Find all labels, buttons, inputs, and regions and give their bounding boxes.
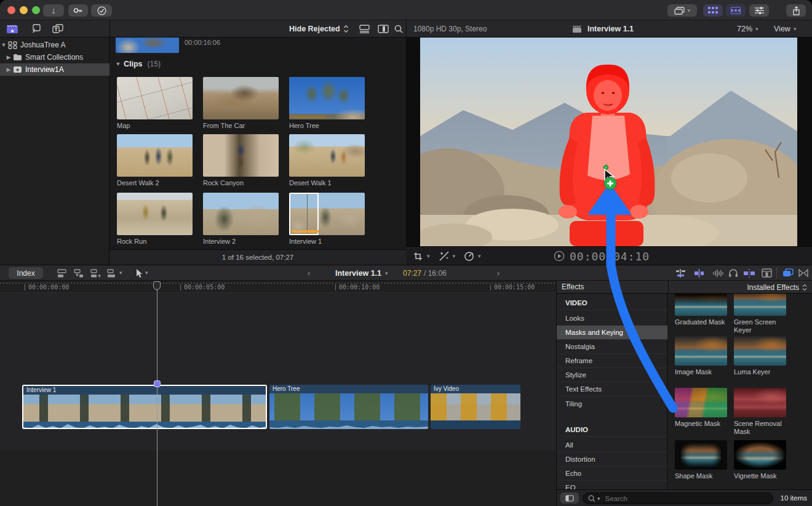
disclosure-triangle-icon[interactable]: ▼ <box>114 61 122 67</box>
clip-card[interactable]: Hero Tree <box>289 77 365 129</box>
transitions-browser-toggle-icon[interactable] <box>798 268 808 278</box>
sidebar-item-event-selected[interactable]: ▶ ★ Interview1A <box>0 63 109 76</box>
chevron-down-icon[interactable]: ▾ <box>478 253 481 259</box>
effect-item[interactable]: Vignette Mask <box>734 440 789 480</box>
clip-thumbnail[interactable] <box>289 77 365 119</box>
clips-section-header[interactable]: ▼ Clips (15) <box>114 60 161 68</box>
category-stylize[interactable]: Stylize <box>557 368 667 382</box>
sidebar-item-library[interactable]: ▼ JoshuaTree A <box>0 39 109 51</box>
libraries-tab-icon[interactable]: ★ <box>6 23 18 34</box>
background-tasks-button[interactable] <box>91 4 112 17</box>
retime-icon[interactable] <box>464 251 474 261</box>
effects-browser-toggle-icon[interactable] <box>782 268 794 278</box>
solo-waveform-icon[interactable] <box>712 269 725 278</box>
playhead-line[interactable] <box>157 289 157 506</box>
clip-card[interactable]: Desert Walk 1 <box>289 134 365 187</box>
skimming-toggle-icon[interactable] <box>675 269 686 278</box>
effects-search-field[interactable]: ▾ <box>583 492 773 504</box>
effect-thumbnail[interactable] <box>734 440 786 470</box>
effect-thumbnail[interactable] <box>734 336 786 366</box>
effect-thumbnail[interactable] <box>734 294 786 316</box>
import-media-button[interactable]: ↓ <box>43 4 64 17</box>
timeline-clip[interactable]: Ivy Video <box>431 385 520 429</box>
effects-sidebar-toggle-button[interactable] <box>560 492 579 504</box>
clip-card[interactable]: Interview 2 <box>203 193 279 245</box>
project-pop-up[interactable]: Interview 1.1 ▾ <box>335 265 388 281</box>
effect-item[interactable]: Scene Removal Mask <box>734 388 795 436</box>
effect-thumbnail[interactable] <box>675 336 727 366</box>
category-nostalgia[interactable]: Nostalgia <box>557 340 667 354</box>
effect-item[interactable]: Magnetic Mask <box>675 388 730 428</box>
clip-thumbnail[interactable] <box>289 134 365 177</box>
close-window-button[interactable] <box>7 6 15 14</box>
zoom-window-button[interactable] <box>32 6 40 14</box>
category-masks-and-keying-selected[interactable]: Masks and Keying <box>557 326 667 340</box>
filter-pop-up[interactable]: Hide Rejected <box>289 20 349 38</box>
category-echo[interactable]: Echo <box>557 467 667 481</box>
category-text-effects[interactable]: Text Effects <box>557 382 667 396</box>
category-reframe[interactable]: Reframe <box>557 354 667 368</box>
viewer-video-frame[interactable] <box>420 38 797 246</box>
play-button-icon[interactable] <box>554 251 565 262</box>
clip-card[interactable]: From The Car <box>203 77 279 129</box>
timeline-ruler[interactable]: 00:00:00:00 00:00:05:00 00:00:10:00 00:0… <box>0 281 557 293</box>
playhead-handle[interactable] <box>153 281 161 290</box>
category-tiling[interactable]: Tiling <box>557 396 667 411</box>
clip-appearance-list-icon[interactable] <box>359 25 370 33</box>
insert-edit-icon[interactable] <box>73 269 84 278</box>
clip-thumbnail[interactable] <box>203 77 279 119</box>
effect-thumbnail[interactable] <box>675 388 727 417</box>
clip-thumbnail[interactable] <box>117 77 193 119</box>
clip-card[interactable]: Map <box>117 77 193 129</box>
disclosure-triangle-icon[interactable]: ▶ <box>5 54 12 60</box>
minimize-window-button[interactable] <box>20 6 28 14</box>
installed-effects-pop-up[interactable]: Installed Effects <box>747 281 808 294</box>
chevron-down-icon[interactable]: ▾ <box>145 270 148 276</box>
category-looks[interactable]: Looks <box>557 311 667 326</box>
enhance-wand-icon[interactable] <box>439 251 449 261</box>
effect-thumbnail[interactable] <box>675 294 727 316</box>
clip-thumbnail[interactable] <box>117 134 193 177</box>
keywords-button[interactable] <box>68 4 88 17</box>
timeline-clip-selected[interactable]: Interview 1 <box>22 385 267 429</box>
clip-thumbnail[interactable] <box>203 134 279 177</box>
browser-grid-view-button[interactable] <box>703 4 723 17</box>
timeline-clip[interactable]: Hero Tree <box>269 385 428 429</box>
effect-item[interactable]: Luma Keyer <box>734 336 789 376</box>
clip-card-selected[interactable]: Interview 1 <box>289 193 365 245</box>
index-button[interactable]: Index <box>9 267 43 279</box>
media-representation-button[interactable]: ▾ <box>667 4 697 17</box>
category-distortion[interactable]: Distortion <box>557 452 667 467</box>
effect-item[interactable]: Shape Mask <box>675 440 730 480</box>
effect-thumbnail[interactable] <box>675 440 727 470</box>
solo-headphones-icon[interactable] <box>728 268 738 278</box>
previous-project-button[interactable]: ‹ <box>308 269 310 278</box>
chevron-down-icon[interactable]: ▾ <box>453 253 456 259</box>
effect-thumbnail[interactable] <box>734 388 786 417</box>
next-project-button[interactable]: › <box>497 269 500 278</box>
clip-thumbnail[interactable] <box>289 193 365 235</box>
category-all[interactable]: All <box>557 438 667 452</box>
effect-item[interactable]: Graduated Mask <box>675 294 730 326</box>
append-edit-icon[interactable] <box>90 269 101 278</box>
clip-card[interactable]: Desert Walk 2 <box>117 134 193 187</box>
audio-skimming-toggle-icon[interactable] <box>694 269 704 278</box>
search-icon[interactable] <box>394 25 403 33</box>
selection-range[interactable] <box>289 193 319 235</box>
snapping-toggle-icon[interactable] <box>743 269 755 278</box>
browser-list-view-button[interactable] <box>726 4 746 17</box>
disclosure-triangle-icon[interactable]: ▼ <box>0 42 7 48</box>
playhead-clip-marker[interactable] <box>154 380 161 387</box>
crop-tool-icon[interactable] <box>413 252 423 261</box>
clip-thumbnail[interactable] <box>117 193 193 235</box>
share-button[interactable] <box>786 4 806 17</box>
connect-edit-icon[interactable] <box>57 269 68 278</box>
clip-appearance-icon[interactable] <box>762 268 772 278</box>
effect-item[interactable]: Green Screen Keyer <box>734 294 795 334</box>
clip-thumbnail-partial[interactable] <box>116 38 179 53</box>
clip-thumbnail[interactable] <box>203 193 279 235</box>
clip-appearance-filmstrip-icon[interactable] <box>378 25 389 33</box>
chevron-down-icon[interactable]: ▾ <box>597 496 600 502</box>
effect-item[interactable]: Image Mask <box>675 336 730 376</box>
clip-card[interactable]: Rock Canyon <box>203 134 279 187</box>
